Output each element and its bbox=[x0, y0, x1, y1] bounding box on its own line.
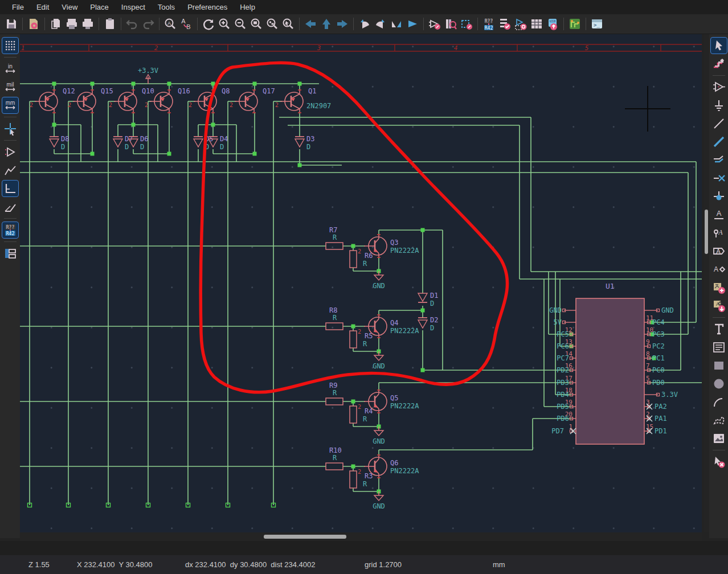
resistor-vertical[interactable] bbox=[350, 251, 357, 268]
zoom-out-button[interactable] bbox=[232, 16, 248, 32]
sheet-pin-button[interactable]: A bbox=[711, 298, 727, 314]
vertical-scrollbar[interactable] bbox=[704, 34, 709, 532]
mirror-v-button[interactable] bbox=[404, 16, 420, 32]
gnd-symbol[interactable] bbox=[374, 495, 383, 501]
hierarchy-button[interactable] bbox=[2, 245, 18, 261]
resistor-horizontal[interactable] bbox=[326, 323, 343, 330]
lines-45-button[interactable] bbox=[2, 199, 18, 215]
edit-symbol-button[interactable] bbox=[427, 16, 443, 32]
gnd-symbol[interactable] bbox=[374, 275, 383, 280]
menu-tools[interactable]: Tools bbox=[152, 1, 181, 13]
delete-tool-button[interactable] bbox=[711, 454, 727, 470]
zoom-in-button[interactable] bbox=[216, 16, 232, 32]
resistor-horizontal[interactable] bbox=[326, 398, 343, 405]
diode-symbol[interactable] bbox=[295, 137, 304, 147]
transistor-symbol[interactable] bbox=[235, 90, 257, 113]
rotate-cw-button[interactable] bbox=[373, 16, 388, 32]
add-junction-button[interactable] bbox=[711, 188, 727, 204]
resistor-vertical[interactable] bbox=[350, 471, 357, 488]
horizontal-scrollbar-thumb[interactable] bbox=[264, 535, 346, 539]
zoom-fit-button[interactable] bbox=[248, 16, 264, 32]
menu-file[interactable]: File bbox=[6, 1, 30, 13]
horizontal-scrollbar[interactable] bbox=[20, 532, 702, 541]
cursor-shape-button[interactable] bbox=[2, 121, 18, 137]
plot-button[interactable] bbox=[80, 16, 96, 32]
draw-poly-button[interactable] bbox=[711, 412, 727, 428]
hidden-pins-button[interactable] bbox=[2, 144, 18, 160]
add-bus-button[interactable] bbox=[711, 134, 727, 150]
menu-edit[interactable]: Edit bbox=[30, 1, 55, 13]
nav-back-button[interactable] bbox=[302, 16, 318, 32]
vertical-scrollbar-thumb[interactable] bbox=[705, 210, 708, 254]
schematic-setup-button[interactable] bbox=[26, 16, 42, 32]
netclass-directive-button[interactable]: A bbox=[711, 225, 727, 241]
browse-libraries-button[interactable] bbox=[443, 16, 459, 32]
resistor-horizontal[interactable] bbox=[326, 243, 343, 249]
save-button[interactable] bbox=[3, 16, 19, 32]
print-button[interactable] bbox=[64, 16, 80, 32]
gnd-symbol[interactable] bbox=[374, 355, 383, 360]
hier-label-button[interactable]: A bbox=[711, 261, 727, 277]
redo-button[interactable] bbox=[140, 16, 156, 32]
page-settings-button[interactable] bbox=[48, 16, 64, 32]
edit-footprints-button[interactable] bbox=[459, 16, 475, 32]
global-label-button[interactable]: A bbox=[711, 243, 727, 259]
refresh-button[interactable] bbox=[201, 16, 216, 32]
gnd-symbol[interactable] bbox=[374, 430, 383, 436]
export-bom-button[interactable]: bom bbox=[545, 16, 561, 32]
diode-symbol[interactable] bbox=[113, 137, 122, 147]
mirror-h-button[interactable] bbox=[388, 16, 404, 32]
menu-inspect[interactable]: Inspect bbox=[115, 1, 152, 13]
diode-symbol[interactable] bbox=[418, 318, 427, 328]
add-wire-button[interactable] bbox=[711, 116, 727, 132]
erc-button[interactable] bbox=[497, 16, 513, 32]
menu-view[interactable]: View bbox=[55, 1, 84, 13]
resistor-vertical[interactable] bbox=[350, 406, 357, 423]
nav-forward-button[interactable] bbox=[334, 16, 350, 32]
find-replace-button[interactable]: AB bbox=[178, 16, 194, 32]
resistor-horizontal[interactable] bbox=[326, 463, 343, 470]
assign-footprints-button[interactable] bbox=[513, 16, 529, 32]
net-label-button[interactable]: A bbox=[711, 207, 727, 223]
nav-up-button[interactable] bbox=[318, 16, 334, 32]
text-box-button[interactable] bbox=[711, 339, 727, 355]
diode-symbol[interactable] bbox=[194, 137, 203, 147]
transistor-symbol[interactable] bbox=[35, 90, 58, 113]
diode-symbol[interactable] bbox=[418, 293, 427, 302]
paste-button[interactable] bbox=[102, 16, 118, 32]
unit-mil-button[interactable]: mil bbox=[2, 79, 18, 95]
add-symbol-button[interactable]: + bbox=[711, 79, 727, 95]
unit-in-button[interactable]: in bbox=[2, 61, 18, 77]
transistor-symbol[interactable] bbox=[280, 90, 303, 113]
draw-rect-button[interactable] bbox=[711, 358, 727, 374]
hv-lines-button[interactable] bbox=[2, 181, 18, 196]
rotate-ccw-button[interactable] bbox=[357, 16, 373, 32]
annotate-auto-button[interactable]: R??R42 bbox=[2, 222, 18, 238]
add-power-button[interactable] bbox=[711, 97, 727, 113]
draw-arc-button[interactable] bbox=[711, 394, 727, 410]
menu-help[interactable]: Help bbox=[234, 1, 261, 13]
diode-symbol[interactable] bbox=[50, 137, 59, 147]
undo-button[interactable] bbox=[124, 16, 140, 32]
unit-mm-button[interactable]: mm bbox=[2, 97, 18, 113]
zoom-selection-button[interactable] bbox=[280, 16, 296, 32]
draw-circle-button[interactable] bbox=[711, 376, 727, 392]
find-button[interactable]: A bbox=[162, 16, 178, 32]
highlight-net-button[interactable] bbox=[711, 56, 727, 72]
menu-preferences[interactable]: Preferences bbox=[181, 1, 234, 13]
schematic-canvas[interactable]: 12345+3.3VQ122Q152Q102Q162Q82Q172Q12N290… bbox=[20, 34, 702, 532]
transistor-symbol[interactable] bbox=[73, 90, 96, 113]
no-connect-button[interactable] bbox=[711, 170, 727, 186]
select-tool-button[interactable] bbox=[711, 38, 727, 54]
add-text-button[interactable] bbox=[711, 321, 727, 337]
scripting-console-button[interactable]: >_ bbox=[589, 16, 605, 32]
hier-sheet-button[interactable] bbox=[711, 280, 727, 296]
red-ink-annotation[interactable] bbox=[201, 63, 507, 392]
open-pcb-button[interactable] bbox=[567, 16, 583, 32]
menu-place[interactable]: Place bbox=[84, 1, 115, 13]
zoom-objects-button[interactable] bbox=[264, 16, 280, 32]
transistor-symbol[interactable] bbox=[114, 90, 137, 113]
grid-toggle-button[interactable] bbox=[2, 38, 18, 54]
add-image-button[interactable] bbox=[711, 430, 727, 446]
bus-entry-button[interactable] bbox=[711, 152, 727, 168]
